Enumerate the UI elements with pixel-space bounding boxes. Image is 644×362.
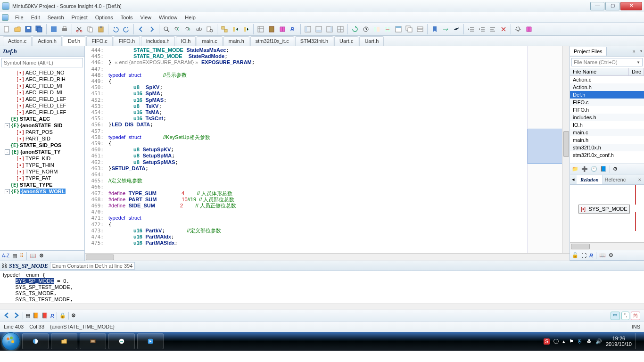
file-tab[interactable]: main.h bbox=[223, 36, 249, 46]
book-icon-2[interactable]: 📖 bbox=[30, 253, 36, 259]
code-h-scrollbar[interactable] bbox=[85, 253, 570, 261]
tree-row[interactable]: [•] AEC_FIELD_MI bbox=[2, 82, 84, 89]
minimize-button[interactable]: — bbox=[590, 2, 604, 10]
tree-row[interactable]: -{E} {anonSTATE_TY bbox=[2, 148, 84, 155]
menu-options[interactable]: Options bbox=[91, 14, 117, 21]
copy-icon[interactable] bbox=[85, 24, 95, 34]
panel2-icon[interactable] bbox=[314, 24, 323, 34]
tree-icon[interactable]: ⠿ bbox=[20, 253, 24, 259]
replace-icon[interactable]: ab bbox=[194, 24, 204, 34]
menu-project[interactable]: Project bbox=[68, 14, 91, 21]
nav-book1-icon[interactable]: 📙 bbox=[33, 313, 39, 319]
relation-close-icon[interactable]: × bbox=[636, 177, 644, 182]
relation-h-scrollbar[interactable] bbox=[570, 242, 644, 250]
project-file-row[interactable]: main.c bbox=[570, 129, 644, 136]
nav-script-R-icon[interactable]: R bbox=[50, 313, 54, 319]
context-h-scrollbar[interactable] bbox=[0, 304, 644, 310]
relation-view[interactable]: [•] SYS_SP_MODE bbox=[570, 185, 644, 242]
tray-flag-icon[interactable]: ⚑ bbox=[569, 338, 574, 345]
ime-indicator-simp[interactable]: 简 bbox=[631, 312, 640, 320]
new-file-icon[interactable] bbox=[2, 24, 11, 34]
show-desktop-button[interactable] bbox=[636, 333, 639, 349]
project-file-row[interactable]: IO.h bbox=[570, 121, 644, 129]
browse-icon[interactable] bbox=[256, 24, 265, 34]
diff-icon[interactable] bbox=[383, 24, 392, 34]
window1-icon[interactable] bbox=[394, 24, 403, 34]
project-file-filter-input[interactable]: File Name (Ctrl+O) ▼ bbox=[571, 58, 643, 66]
tray-network-icon[interactable]: 🖧 bbox=[586, 338, 592, 344]
ime-indicator-zh[interactable]: 中 bbox=[611, 312, 620, 320]
tree-row[interactable]: [•] AEC_FIELD_MI bbox=[2, 89, 84, 96]
relation-prev-icon[interactable]: ◂ bbox=[570, 176, 577, 182]
nav-outline-icon[interactable]: ▤ bbox=[25, 313, 30, 319]
open-icon[interactable] bbox=[13, 24, 22, 34]
tray-info-icon[interactable]: ⓘ bbox=[553, 338, 559, 345]
gear-icon[interactable]: ⚙ bbox=[39, 253, 44, 259]
reload-icon[interactable] bbox=[350, 24, 360, 34]
tree-row[interactable]: [•] PART_SID bbox=[2, 135, 84, 142]
book-icon-3[interactable]: 📘 bbox=[600, 166, 607, 172]
task-app-4[interactable] bbox=[137, 333, 164, 349]
find-icon[interactable] bbox=[162, 24, 171, 34]
nav-forward-icon[interactable] bbox=[13, 312, 20, 320]
project-files-tab[interactable]: Project Files bbox=[570, 47, 607, 56]
maximize-button[interactable]: ▢ bbox=[605, 2, 619, 10]
tray-ime-icon[interactable]: S bbox=[544, 338, 550, 345]
save-disk-icon[interactable] bbox=[49, 24, 58, 34]
file-tab[interactable]: Action.h bbox=[33, 36, 62, 46]
close-button[interactable]: ✕ bbox=[620, 2, 642, 10]
paste-icon[interactable] bbox=[96, 24, 106, 34]
gear-icon[interactable]: ⚙ bbox=[609, 252, 613, 258]
tray-up-icon[interactable]: ▴ bbox=[562, 338, 565, 345]
file-tab[interactable]: stm32f10x_it.c bbox=[250, 36, 294, 46]
lookup-refs-icon[interactable] bbox=[220, 24, 229, 34]
format-icon[interactable] bbox=[488, 24, 497, 34]
file-tab[interactable]: Uart.h bbox=[359, 36, 384, 46]
script-R-icon[interactable]: R bbox=[289, 24, 298, 34]
redo-icon[interactable] bbox=[122, 24, 131, 34]
tree-row[interactable]: [•] TYPE_THIN bbox=[2, 162, 84, 168]
file-tab[interactable]: FIFO.h bbox=[114, 36, 140, 46]
nav-back-icon[interactable] bbox=[3, 312, 10, 320]
symbol-tree[interactable]: [•] AEC_FIELD_NO[•] AEC_FIELD_RIH[•] AEC… bbox=[0, 68, 84, 250]
chevron-down-icon[interactable]: ▼ bbox=[636, 60, 640, 65]
goto-line-icon[interactable] bbox=[441, 24, 450, 34]
gear-icon[interactable]: ⚙ bbox=[613, 166, 618, 172]
column-name[interactable]: File Name bbox=[570, 68, 629, 75]
menu-help[interactable]: Help bbox=[181, 14, 199, 21]
window2-icon[interactable] bbox=[405, 24, 414, 34]
task-explorer[interactable] bbox=[51, 333, 77, 349]
context-location[interactable]: Enum Constant in Def.h at line 394 bbox=[50, 262, 135, 270]
script-R-icon[interactable]: R bbox=[589, 253, 593, 258]
project-file-row[interactable]: includes.h bbox=[570, 114, 644, 121]
undo-icon[interactable] bbox=[111, 24, 120, 34]
relation-tab[interactable]: Relation bbox=[577, 175, 603, 184]
ime-indicator-punct[interactable]: °, bbox=[621, 312, 629, 320]
tray-volume-icon[interactable]: 🔊 bbox=[595, 338, 602, 345]
file-tab[interactable]: Uart.c bbox=[334, 36, 358, 46]
project-files-close-icon[interactable]: × bbox=[630, 49, 638, 54]
menu-window[interactable]: Window bbox=[155, 14, 181, 21]
file-tab[interactable]: main.c bbox=[197, 36, 222, 46]
tree-row[interactable]: {E} STATE_TYPE bbox=[2, 181, 84, 188]
window3-icon[interactable] bbox=[415, 24, 425, 34]
save-icon[interactable] bbox=[24, 24, 33, 34]
indent-right-icon[interactable] bbox=[477, 24, 487, 34]
panel1-icon[interactable] bbox=[303, 24, 313, 34]
tree-row[interactable]: [•] PART_POS bbox=[2, 129, 84, 135]
file-tab[interactable]: Def.h bbox=[63, 36, 85, 46]
bookmark-icon[interactable] bbox=[430, 24, 439, 34]
project-file-row[interactable]: stm32f10x.h bbox=[570, 144, 644, 151]
hierarchy-icon[interactable]: ⛶ bbox=[581, 253, 586, 258]
task-app-3[interactable] bbox=[108, 333, 135, 349]
system-tray[interactable]: S ⓘ ▴ ⚑ ⛨ 🖧 🔊 19:262019/10/10 bbox=[544, 333, 642, 349]
tree-row[interactable]: [•] AEC_FIELD_LEF bbox=[2, 109, 84, 115]
project-file-row[interactable]: FIFO.h bbox=[570, 106, 644, 114]
save-all-icon[interactable] bbox=[34, 24, 44, 34]
context-code[interactable]: typedef enum { SYS_SP_MODE = 0, SYS_SP_T… bbox=[0, 271, 644, 304]
tree-row[interactable]: [•] TYPE_KID bbox=[2, 155, 84, 162]
code-area[interactable]: STATE_TIME_MODE StateMasMsAec; STATE_RAD… bbox=[107, 46, 527, 253]
project-file-row[interactable]: Action.c bbox=[570, 76, 644, 83]
tree-row[interactable]: [•] TYPE_FAT bbox=[2, 175, 84, 181]
nav-gear-icon[interactable]: ⚙ bbox=[71, 313, 76, 319]
